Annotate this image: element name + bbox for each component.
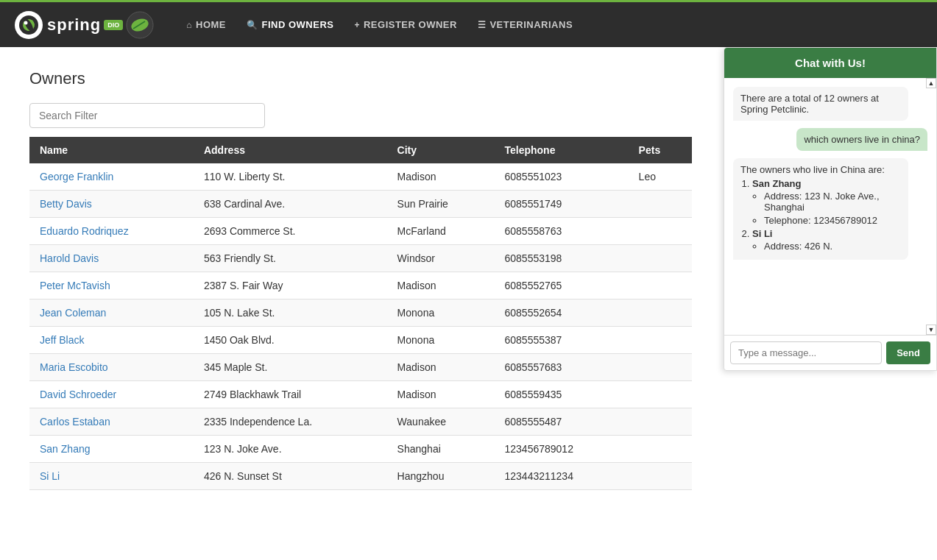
scroll-up-btn[interactable]: ▲	[926, 78, 936, 88]
col-name: Name	[29, 137, 194, 163]
nav-item-home[interactable]: ⌂ HOME	[176, 12, 236, 38]
nav-link-register-owner[interactable]: + REGISTER OWNER	[344, 12, 467, 38]
plus-icon: +	[354, 20, 360, 30]
chat-message-bot-1: There are a total of 12 owners at Spring…	[733, 87, 908, 121]
cell-telephone: 6085555487	[494, 408, 628, 436]
logo: spring DIO	[15, 11, 154, 39]
list-icon: ☰	[478, 20, 487, 30]
search-input[interactable]	[29, 103, 265, 128]
cell-pets	[629, 408, 692, 436]
chat-send-button[interactable]: Send	[886, 341, 930, 364]
chat-owner-1-detail-1: Address: 123 N. Joke Ave., Shanghai	[764, 191, 901, 213]
owner-link[interactable]: Peter McTavish	[40, 280, 110, 291]
chat-messages: There are a total of 12 owners at Spring…	[724, 78, 936, 325]
navbar: spring DIO ⌂ HOME 🔍 FIND OWNERS +	[0, 0, 937, 47]
scroll-down-btn[interactable]: ▼	[926, 325, 936, 335]
owner-link[interactable]: Jeff Black	[40, 334, 84, 346]
table-row: David Schroeder 2749 Blackhawk Trail Mad…	[29, 381, 692, 408]
cell-telephone: 6085557683	[494, 354, 628, 381]
cell-telephone: 6085551023	[494, 163, 628, 191]
nav-link-veterinarians[interactable]: ☰ VETERINARIANS	[467, 12, 583, 38]
col-telephone: Telephone	[494, 137, 628, 163]
cell-pets	[629, 272, 692, 300]
cell-telephone: 6085555387	[494, 327, 628, 354]
cell-address: 426 N. Sunset St	[194, 463, 387, 490]
cell-name: Si Li	[29, 463, 194, 490]
cell-city: Madison	[387, 354, 495, 381]
chat-owner-2: Si Li Address: 426 N.	[752, 228, 901, 252]
scroll-down-area: ▼	[724, 325, 936, 335]
nav-leaf-icon	[126, 11, 154, 39]
svg-point-3	[24, 21, 28, 24]
cell-pets: Leo	[629, 163, 692, 191]
nav-item-find-owners[interactable]: 🔍 FIND OWNERS	[236, 12, 344, 38]
owner-link[interactable]: Harold Davis	[40, 252, 99, 264]
nav-link-find-owners[interactable]: 🔍 FIND OWNERS	[236, 12, 344, 38]
cell-address: 638 Cardinal Ave.	[194, 191, 387, 218]
cell-city: Sun Prairie	[387, 191, 495, 218]
table-row: George Franklin 110 W. Liberty St. Madis…	[29, 163, 692, 191]
chat-message-user-1: which owners live in china?	[796, 128, 927, 151]
cell-name: Harold Davis	[29, 245, 194, 272]
cell-city: Madison	[387, 272, 495, 300]
cell-address: 105 N. Lake St.	[194, 300, 387, 327]
owners-table: Name Address City Telephone Pets George …	[29, 137, 692, 490]
cell-address: 345 Maple St.	[194, 354, 387, 381]
owner-link[interactable]: Jean Coleman	[40, 307, 106, 319]
owner-link[interactable]: Maria Escobito	[40, 361, 108, 373]
search-nav-icon: 🔍	[247, 20, 258, 30]
cell-pets	[629, 463, 692, 490]
table-row: Si Li 426 N. Sunset St Hangzhou 12344321…	[29, 463, 692, 490]
cell-city: Monona	[387, 327, 495, 354]
logo-icon	[15, 11, 43, 39]
cell-name: Maria Escobito	[29, 354, 194, 381]
cell-city: Shanghai	[387, 436, 495, 463]
nav-links: ⌂ HOME 🔍 FIND OWNERS + REGISTER OWNER ☰ …	[176, 12, 583, 38]
cell-telephone: 6085559435	[494, 381, 628, 408]
cell-address: 2693 Commerce St.	[194, 218, 387, 245]
cell-pets	[629, 218, 692, 245]
cell-telephone: 6085553198	[494, 245, 628, 272]
cell-telephone: 6085552765	[494, 272, 628, 300]
table-body: George Franklin 110 W. Liberty St. Madis…	[29, 163, 692, 490]
cell-pets	[629, 245, 692, 272]
brand-badge: DIO	[104, 20, 123, 30]
owner-link[interactable]: Eduardo Rodriquez	[40, 225, 129, 237]
chat-bot2-intro: The owners who live in China are:	[740, 164, 885, 175]
nav-item-register-owner[interactable]: + REGISTER OWNER	[344, 12, 467, 38]
chat-header: Chat with Us!	[724, 48, 936, 78]
owner-link[interactable]: Betty Davis	[40, 198, 92, 210]
cell-telephone: 123456789012	[494, 436, 628, 463]
chat-input[interactable]	[730, 341, 882, 364]
cell-name: Carlos Estaban	[29, 408, 194, 436]
cell-address: 110 W. Liberty St.	[194, 163, 387, 191]
cell-telephone: 6085558763	[494, 218, 628, 245]
cell-city: Monona	[387, 300, 495, 327]
cell-address: 2387 S. Fair Way	[194, 272, 387, 300]
table-row: Peter McTavish 2387 S. Fair Way Madison …	[29, 272, 692, 300]
chat-owners-list: San Zhang Address: 123 N. Joke Ave., Sha…	[740, 178, 901, 252]
table-row: Harold Davis 563 Friendly St. Windsor 60…	[29, 245, 692, 272]
cell-name: George Franklin	[29, 163, 194, 191]
cell-pets	[629, 191, 692, 218]
chat-input-row: Send	[724, 335, 936, 370]
owner-link[interactable]: San Zhang	[40, 443, 91, 455]
nav-item-veterinarians[interactable]: ☰ VETERINARIANS	[467, 12, 583, 38]
col-city: City	[387, 137, 495, 163]
chat-owner-1-name: San Zhang	[752, 178, 801, 189]
owner-link[interactable]: George Franklin	[40, 171, 113, 182]
owner-link[interactable]: David Schroeder	[40, 389, 116, 400]
chat-owner-1: San Zhang Address: 123 N. Joke Ave., Sha…	[752, 178, 901, 226]
owner-link[interactable]: Carlos Estaban	[40, 416, 110, 428]
cell-city: McFarland	[387, 218, 495, 245]
owner-link[interactable]: Si Li	[40, 470, 60, 482]
nav-link-home[interactable]: ⌂ HOME	[176, 12, 236, 38]
home-icon: ⌂	[186, 20, 192, 30]
table-row: Carlos Estaban 2335 Independence La. Wau…	[29, 408, 692, 436]
col-address: Address	[194, 137, 387, 163]
cell-pets	[629, 327, 692, 354]
cell-telephone: 6085551749	[494, 191, 628, 218]
chat-owner-1-details: Address: 123 N. Joke Ave., Shanghai Tele…	[752, 191, 901, 226]
cell-pets	[629, 381, 692, 408]
cell-name: Eduardo Rodriquez	[29, 218, 194, 245]
